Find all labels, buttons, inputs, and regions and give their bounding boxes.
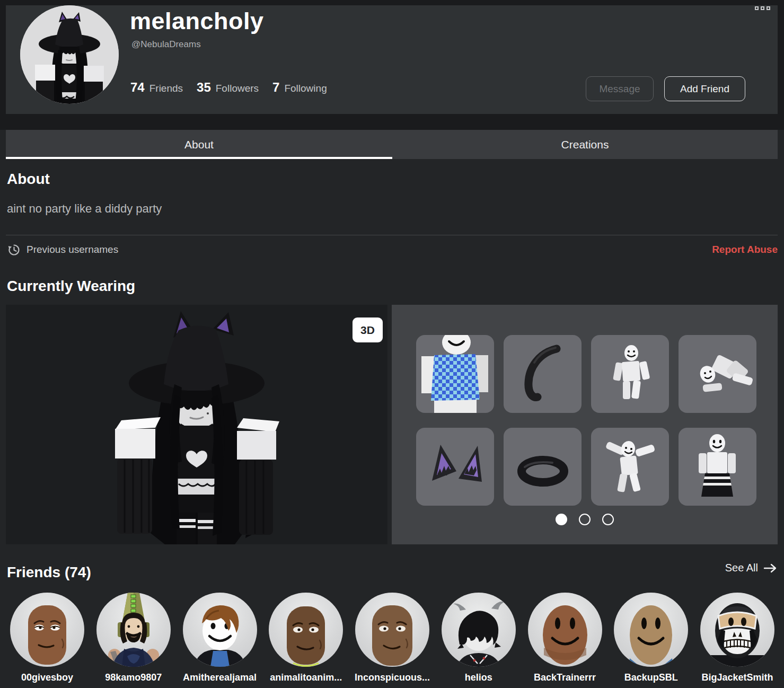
wearing-items-grid: [416, 335, 756, 506]
friend-item[interactable]: 98kamo9807: [93, 593, 174, 683]
friend-item[interactable]: Inconspicuous...: [352, 593, 433, 683]
friend-item[interactable]: BackTrainerrr: [525, 593, 605, 683]
dot-square: [767, 6, 770, 10]
friend-name: animalitoanim...: [270, 672, 342, 683]
profile-header-card: melancholy @NebulaDreams 74 Friends 35 F…: [6, 5, 778, 114]
friends-label: Friends: [149, 83, 183, 94]
profile-username: melancholy: [130, 7, 264, 35]
wearing-items-panel: [392, 305, 778, 544]
friends-count: 74: [130, 80, 145, 95]
friend-name: 00givesboy: [21, 672, 73, 683]
witch-hat-emo-avatar-full-body: [6, 305, 387, 544]
stat-followers[interactable]: 35 Followers: [197, 80, 259, 95]
friend-avatar-skull-mask: [700, 593, 774, 667]
see-all-friends-link[interactable]: See All: [725, 562, 777, 574]
friend-name: Inconspicuous...: [355, 672, 430, 683]
see-all-label: See All: [725, 562, 758, 574]
friend-name: BackupSBL: [624, 672, 678, 683]
striped-skirt-outfit-icon: [679, 428, 756, 506]
more-dots-icon[interactable]: [755, 6, 770, 10]
wearing-item-black-collar[interactable]: [504, 428, 582, 506]
page-dot-3[interactable]: [602, 514, 614, 525]
wearing-item-striped-skirt-outfit[interactable]: [679, 428, 756, 506]
wearing-item-white-avatar-standing-pose[interactable]: [591, 335, 669, 413]
wearing-item-white-avatar-dance-pose[interactable]: [591, 428, 669, 506]
previous-usernames-label: Previous usernames: [27, 244, 118, 255]
friend-avatar-smiley-tan: [614, 593, 688, 667]
avatar-3d-viewer[interactable]: 3D: [6, 305, 387, 544]
stat-following[interactable]: 7 Following: [272, 80, 327, 95]
page-dot-2[interactable]: [579, 514, 591, 525]
wearing-item-white-avatar-bent-pose[interactable]: [679, 335, 756, 413]
message-button[interactable]: Message: [586, 76, 654, 101]
previous-usernames-row[interactable]: Previous usernames: [8, 243, 118, 257]
friend-avatar-manface-brown: [10, 593, 84, 667]
friend-item[interactable]: Amitherealjamal: [180, 593, 260, 683]
profile-avatar[interactable]: [20, 5, 119, 104]
friend-name: Amitherealjamal: [183, 672, 257, 683]
friends-heading: Friends (74): [7, 564, 91, 581]
friend-item[interactable]: BackupSBL: [611, 593, 691, 683]
following-label: Following: [284, 83, 327, 94]
wearing-pagination: [392, 514, 778, 525]
friend-avatar-smiley-brown: [528, 593, 602, 667]
friend-avatar-black-hair-horns: [442, 593, 516, 667]
profile-tab-bar: About Creations: [6, 130, 778, 159]
add-friend-button[interactable]: Add Friend: [664, 76, 745, 101]
followers-label: Followers: [216, 83, 259, 94]
friend-name: 98kamo9807: [105, 672, 162, 683]
about-heading: About: [7, 171, 50, 188]
tab-about[interactable]: About: [6, 130, 392, 159]
purple-cat-ears-icon: [416, 428, 494, 506]
friend-name: helios: [465, 672, 492, 683]
stat-friends[interactable]: 74 Friends: [130, 80, 183, 95]
friend-item[interactable]: animalitoanim...: [266, 593, 346, 683]
friend-item[interactable]: BigJacketSmith: [697, 593, 778, 683]
profile-handle: @NebulaDreams: [131, 39, 201, 50]
followers-count: 35: [197, 80, 211, 95]
about-description: aint no party like a diddy party: [7, 202, 162, 216]
wearing-item-purple-cat-ears[interactable]: [416, 428, 494, 506]
report-abuse-link[interactable]: Report Abuse: [712, 244, 778, 255]
friend-avatar-bacon-hair: [183, 593, 257, 667]
active-tab-underline: [6, 157, 392, 159]
witch-hat-emo-avatar-icon: [20, 5, 119, 104]
friend-item[interactable]: helios: [438, 593, 519, 683]
tab-creations[interactable]: Creations: [392, 130, 778, 159]
page-dot-1[interactable]: [556, 514, 567, 525]
wearing-item-blue-checker-shirt[interactable]: [416, 335, 494, 413]
history-clock-icon: [8, 244, 20, 256]
profile-stats: 74 Friends 35 Followers 7 Following: [130, 80, 327, 95]
dot-square: [761, 6, 764, 10]
friend-name: BigJacketSmith: [701, 672, 773, 683]
wearing-item-black-cat-tail[interactable]: [504, 335, 582, 413]
roblox-profile-page: melancholy @NebulaDreams 74 Friends 35 F…: [0, 0, 784, 688]
section-divider: [6, 235, 778, 235]
white-avatar-bent-icon: [679, 335, 756, 413]
arrow-right-icon: [763, 563, 777, 573]
dot-square: [755, 6, 759, 10]
friend-avatar-green-helmet-beard: [96, 593, 171, 667]
friend-item[interactable]: 00givesboy: [7, 593, 87, 683]
currently-wearing-heading: Currently Wearing: [7, 278, 135, 295]
following-count: 7: [272, 80, 279, 95]
blue-checker-shirt-icon: [416, 335, 494, 413]
black-collar-icon: [504, 428, 582, 506]
white-avatar-dance-icon: [591, 428, 669, 506]
friend-name: BackTrainerrr: [534, 672, 596, 683]
3d-toggle-button[interactable]: 3D: [353, 317, 383, 342]
friend-avatar-manface-tan: [355, 593, 429, 667]
white-avatar-standing-icon: [591, 335, 669, 413]
friends-list: 00givesboy: [7, 593, 778, 683]
black-cat-tail-icon: [504, 335, 582, 413]
friend-avatar-manface-dark: [269, 593, 343, 667]
